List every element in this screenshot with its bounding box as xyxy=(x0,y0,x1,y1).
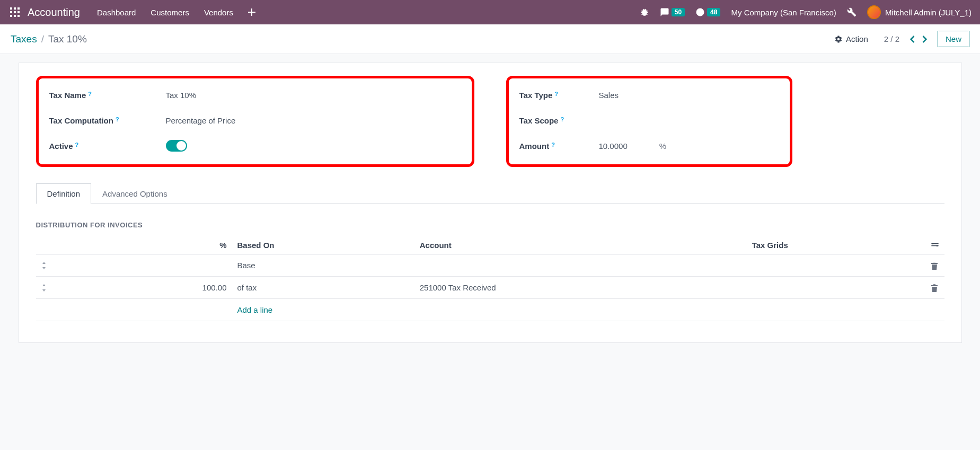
svg-rect-3 xyxy=(10,11,12,13)
delete-row-icon[interactable] xyxy=(925,277,944,299)
help-icon[interactable]: ? xyxy=(551,142,555,148)
table-row-add: Add a line xyxy=(36,299,944,321)
tax-computation-value[interactable]: Percentage of Price xyxy=(166,116,461,125)
pager-next-icon[interactable] xyxy=(922,36,928,43)
nav-vendors[interactable]: Vendors xyxy=(204,8,233,17)
cell-based-on[interactable]: Base xyxy=(232,254,414,277)
svg-rect-12 xyxy=(931,245,938,246)
svg-rect-8 xyxy=(17,15,20,17)
cell-pct[interactable]: 100.00 xyxy=(52,277,232,299)
amount-value[interactable]: 10.0000 % xyxy=(599,142,779,151)
delete-row-icon[interactable] xyxy=(925,254,944,277)
avatar xyxy=(867,5,881,19)
th-account: Account xyxy=(414,236,747,254)
help-icon[interactable]: ? xyxy=(75,142,79,148)
distribution-title: DISTRIBUTION FOR INVOICES xyxy=(36,221,944,229)
control-bar: Taxes / Tax 10% Action 2 / 2 New xyxy=(0,24,980,54)
drag-handle-icon[interactable] xyxy=(36,277,52,299)
tab-advanced[interactable]: Advanced Options xyxy=(91,183,179,204)
table-row[interactable]: Base xyxy=(36,254,944,277)
tax-type-label: Tax Type? xyxy=(519,91,599,100)
help-icon[interactable]: ? xyxy=(88,91,92,97)
th-based-on: Based On xyxy=(232,236,414,254)
action-button[interactable]: Action xyxy=(834,34,868,43)
tax-type-value[interactable]: Sales xyxy=(599,91,779,100)
svg-rect-6 xyxy=(10,15,12,17)
tax-computation-label: Tax Computation? xyxy=(49,116,166,125)
tax-name-value[interactable]: Tax 10% xyxy=(166,91,461,100)
highlight-left: Tax Name? Tax 10% Tax Computation? Perce… xyxy=(36,76,474,167)
table-row[interactable]: 100.00 of tax 251000 Tax Received xyxy=(36,277,944,299)
active-label: Active? xyxy=(49,142,166,151)
messages-icon[interactable]: 50 xyxy=(660,7,685,17)
form-right-column: Tax Type? Sales Tax Scope? Amount? xyxy=(506,76,944,178)
gear-icon xyxy=(834,35,843,43)
action-label: Action xyxy=(846,34,868,43)
th-handle xyxy=(36,236,52,254)
highlight-right: Tax Type? Sales Tax Scope? Amount? xyxy=(506,76,792,167)
svg-rect-4 xyxy=(14,11,16,13)
help-icon[interactable]: ? xyxy=(560,116,564,122)
cell-tax-grids[interactable] xyxy=(747,254,925,277)
debug-icon[interactable] xyxy=(640,7,649,17)
svg-rect-7 xyxy=(14,15,16,17)
svg-rect-10 xyxy=(931,243,938,244)
svg-rect-1 xyxy=(14,7,16,10)
amount-suffix: % xyxy=(659,142,666,151)
form-wrap: Tax Name? Tax 10% Tax Computation? Perce… xyxy=(0,54,980,343)
distribution-table: % Based On Account Tax Grids Base xyxy=(36,236,944,321)
cell-account[interactable]: 251000 Tax Received xyxy=(414,277,747,299)
th-tax-grids: Tax Grids xyxy=(747,236,925,254)
th-pct: % xyxy=(52,236,232,254)
pager-text[interactable]: 2 / 2 xyxy=(884,34,899,43)
th-settings[interactable] xyxy=(925,236,944,254)
apps-icon[interactable] xyxy=(8,6,21,19)
breadcrumb-sep: / xyxy=(41,33,44,45)
activities-icon[interactable]: 48 xyxy=(695,7,720,17)
tabs: Definition Advanced Options xyxy=(36,183,944,204)
main-navbar: Accounting Dashboard Customers Vendors 5… xyxy=(0,0,980,24)
svg-rect-0 xyxy=(10,7,12,10)
cell-based-on[interactable]: of tax xyxy=(232,277,414,299)
user-menu[interactable]: Mitchell Admin (JULY_1) xyxy=(867,5,972,19)
breadcrumb-current: Tax 10% xyxy=(48,33,87,45)
tax-name-label: Tax Name? xyxy=(49,91,166,100)
help-icon[interactable]: ? xyxy=(116,116,119,122)
cell-pct[interactable] xyxy=(52,254,232,277)
company-selector[interactable]: My Company (San Francisco) xyxy=(731,8,836,17)
active-toggle[interactable] xyxy=(166,140,187,152)
breadcrumb: Taxes / Tax 10% xyxy=(11,33,87,45)
toggle-knob xyxy=(176,141,186,151)
svg-rect-2 xyxy=(17,7,20,10)
tab-definition[interactable]: Definition xyxy=(36,183,92,204)
form-sheet: Tax Name? Tax 10% Tax Computation? Perce… xyxy=(19,63,962,343)
help-icon[interactable]: ? xyxy=(554,91,558,97)
form-left-column: Tax Name? Tax 10% Tax Computation? Perce… xyxy=(36,76,474,178)
amount-label: Amount? xyxy=(519,142,599,151)
app-title[interactable]: Accounting xyxy=(28,6,80,19)
cell-tax-grids[interactable] xyxy=(747,277,925,299)
messages-badge: 50 xyxy=(672,8,685,16)
svg-rect-5 xyxy=(17,11,20,13)
cell-account[interactable] xyxy=(414,254,747,277)
nav-add[interactable] xyxy=(248,8,255,16)
tools-icon[interactable] xyxy=(847,7,857,17)
pager-prev-icon[interactable] xyxy=(909,36,915,43)
drag-handle-icon[interactable] xyxy=(36,254,52,277)
nav-customers[interactable]: Customers xyxy=(151,8,189,17)
breadcrumb-root[interactable]: Taxes xyxy=(11,33,37,45)
nav-dashboard[interactable]: Dashboard xyxy=(97,8,136,17)
add-line-button[interactable]: Add a line xyxy=(237,305,273,314)
activities-badge: 48 xyxy=(707,8,720,16)
tax-scope-label: Tax Scope? xyxy=(519,116,599,125)
user-name: Mitchell Admin (JULY_1) xyxy=(885,8,972,17)
new-button[interactable]: New xyxy=(938,31,969,47)
